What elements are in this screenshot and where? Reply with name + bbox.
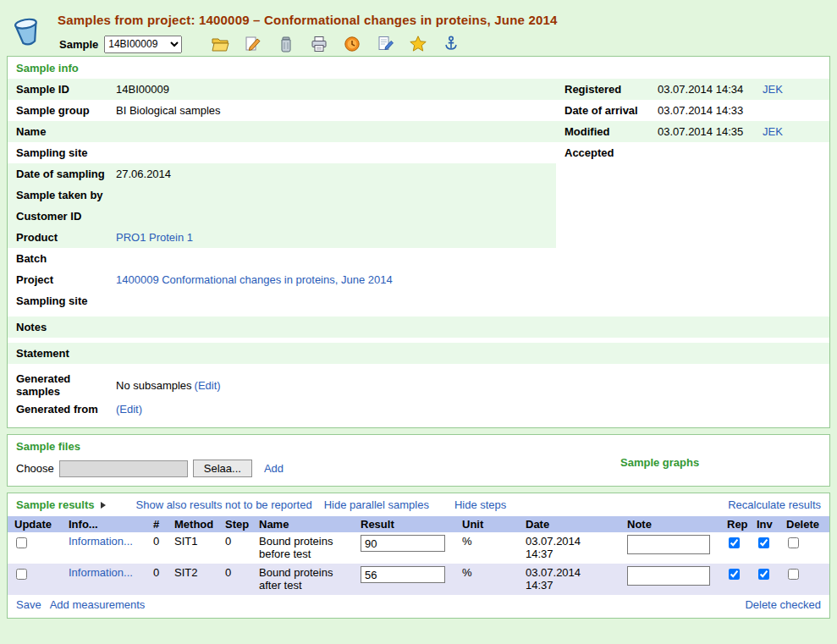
result-name: Bound proteins after test bbox=[256, 564, 357, 595]
info-label: Statement bbox=[8, 347, 116, 360]
result-step: 0 bbox=[222, 532, 256, 564]
info-row-product: Product PRO1 Protein 1 bbox=[8, 227, 556, 248]
info-row-statement: Statement bbox=[8, 343, 829, 364]
information-link[interactable]: Information... bbox=[69, 535, 133, 548]
sample-toolbar-row: Sample 14BI00009 bbox=[58, 35, 558, 53]
sample-files-panel: Sample files Choose Selaa... Add Sample … bbox=[7, 434, 830, 487]
sample-files-header: Sample files bbox=[8, 435, 829, 457]
hide-parallel-samples-link[interactable]: Hide parallel samples bbox=[324, 498, 429, 511]
info-label: Project bbox=[8, 273, 116, 286]
result-method: SIT1 bbox=[171, 532, 222, 564]
delete-checked-link[interactable]: Delete checked bbox=[745, 598, 821, 611]
generated-from-edit-link[interactable]: (Edit) bbox=[116, 403, 142, 416]
inv-checkbox[interactable] bbox=[758, 569, 769, 580]
expand-arrow-icon[interactable] bbox=[101, 502, 106, 509]
info-label: Sample taken by bbox=[8, 189, 116, 201]
add-measurements-link[interactable]: Add measurements bbox=[50, 598, 146, 611]
note-input[interactable] bbox=[627, 566, 710, 586]
inv-checkbox[interactable] bbox=[758, 537, 769, 548]
save-link[interactable]: Save bbox=[16, 598, 41, 611]
add-file-link[interactable]: Add bbox=[264, 462, 284, 475]
info-label: Batch bbox=[8, 252, 116, 265]
results-header-row: Update Info... # Method Step Name Result… bbox=[8, 516, 829, 532]
audit-document-icon[interactable] bbox=[376, 35, 394, 53]
sample-results-panel: Sample results Show also results not to … bbox=[7, 493, 830, 619]
result-number: 0 bbox=[150, 564, 171, 595]
delete-checkbox[interactable] bbox=[788, 569, 799, 580]
sample-results-header: Sample results bbox=[16, 498, 95, 511]
favorite-star-icon[interactable] bbox=[409, 35, 427, 53]
delete-checkbox[interactable] bbox=[788, 537, 799, 548]
sample-select[interactable]: 14BI00009 bbox=[104, 36, 182, 53]
user-link[interactable]: JEK bbox=[763, 83, 783, 96]
edit-icon[interactable] bbox=[244, 35, 262, 53]
result-method: SIT2 bbox=[171, 564, 222, 595]
result-row: Information... 0 SIT1 0 Bound proteins b… bbox=[8, 532, 829, 564]
info-value: 03.07.2014 14:34 bbox=[658, 83, 763, 96]
info-row-sample-group: Sample group BI Biological samples bbox=[8, 100, 556, 121]
column-header-rep: Rep bbox=[724, 516, 753, 532]
sample-graphs-header: Sample graphs bbox=[620, 456, 699, 469]
info-label: Registered bbox=[556, 83, 658, 96]
note-input[interactable] bbox=[627, 535, 710, 554]
result-step: 0 bbox=[222, 564, 256, 595]
info-label: Generated samples bbox=[8, 372, 116, 398]
update-checkbox[interactable] bbox=[16, 537, 27, 548]
app-logo-icon bbox=[10, 8, 51, 53]
show-also-results-link[interactable]: Show also results not to be reported bbox=[136, 498, 312, 511]
rep-checkbox[interactable] bbox=[729, 569, 740, 580]
info-label: Modified bbox=[556, 125, 658, 138]
discard-jar-icon[interactable] bbox=[277, 35, 295, 53]
info-row-customer-id: Customer ID bbox=[8, 206, 556, 227]
print-icon[interactable] bbox=[310, 35, 328, 53]
column-header-note: Note bbox=[624, 516, 724, 532]
info-row-project: Project 1400009 Conformational changes i… bbox=[8, 269, 556, 290]
result-date: 03.07.201414:37 bbox=[522, 564, 624, 595]
info-label: Sampling site bbox=[8, 294, 116, 307]
toolbar bbox=[211, 35, 460, 53]
result-unit: % bbox=[459, 564, 522, 595]
info-row-sampling-site-2: Sampling site bbox=[8, 290, 556, 311]
top-header: Samples from project: 1400009 – Conforma… bbox=[0, 0, 837, 56]
update-checkbox[interactable] bbox=[16, 569, 27, 580]
info-value: 03.07.2014 14:35 bbox=[658, 125, 763, 138]
column-header-unit: Unit bbox=[459, 516, 522, 532]
info-row-sampling-site: Sampling site bbox=[8, 142, 556, 163]
history-clock-icon[interactable] bbox=[343, 35, 361, 53]
product-link[interactable]: PRO1 Protein 1 bbox=[116, 231, 198, 244]
column-header-inv: Inv bbox=[753, 516, 783, 532]
info-label: Product bbox=[8, 231, 116, 244]
sample-info-columns: Sample ID 14BI00009 Sample group BI Biol… bbox=[8, 79, 829, 311]
anchor-icon[interactable] bbox=[442, 35, 460, 53]
generated-samples-edit-link[interactable]: (Edit) bbox=[195, 379, 221, 392]
results-table: Update Info... # Method Step Name Result… bbox=[8, 516, 829, 595]
info-label: Notes bbox=[8, 321, 116, 333]
user-link[interactable]: JEK bbox=[763, 125, 783, 138]
info-value: 27.06.2014 bbox=[116, 168, 176, 180]
rep-checkbox[interactable] bbox=[729, 537, 740, 548]
result-value-input[interactable] bbox=[361, 535, 445, 552]
sample-info-panel: Sample info Sample ID 14BI00009 Sample g… bbox=[7, 56, 830, 428]
info-row-registered: Registered 03.07.2014 14:34 JEK bbox=[556, 79, 829, 100]
file-path-input[interactable] bbox=[59, 460, 188, 477]
info-label: Customer ID bbox=[8, 210, 116, 223]
information-link[interactable]: Information... bbox=[69, 566, 133, 579]
info-row-notes: Notes bbox=[8, 316, 829, 338]
info-value: BI Biological samples bbox=[116, 104, 226, 117]
recalculate-results-link[interactable]: Recalculate results bbox=[728, 498, 821, 511]
browse-button[interactable]: Selaa... bbox=[193, 460, 252, 477]
project-link[interactable]: 1400009 Conformational changes in protei… bbox=[116, 273, 398, 286]
hide-steps-link[interactable]: Hide steps bbox=[454, 498, 506, 511]
sample-info-header: Sample info bbox=[8, 57, 829, 79]
column-header-number: # bbox=[150, 516, 171, 532]
info-row-date-of-sampling: Date of sampling 27.06.2014 bbox=[8, 163, 556, 184]
sample-info-left-column: Sample ID 14BI00009 Sample group BI Biol… bbox=[8, 79, 556, 311]
info-label: Accepted bbox=[556, 146, 658, 159]
open-folder-icon[interactable] bbox=[211, 35, 229, 53]
info-label: Name bbox=[8, 125, 116, 138]
column-header-method: Method bbox=[171, 516, 222, 532]
column-header-delete: Delete bbox=[783, 516, 829, 532]
result-value-input[interactable] bbox=[361, 566, 445, 583]
column-header-info: Info... bbox=[65, 516, 150, 532]
info-label: Sample group bbox=[8, 104, 116, 117]
